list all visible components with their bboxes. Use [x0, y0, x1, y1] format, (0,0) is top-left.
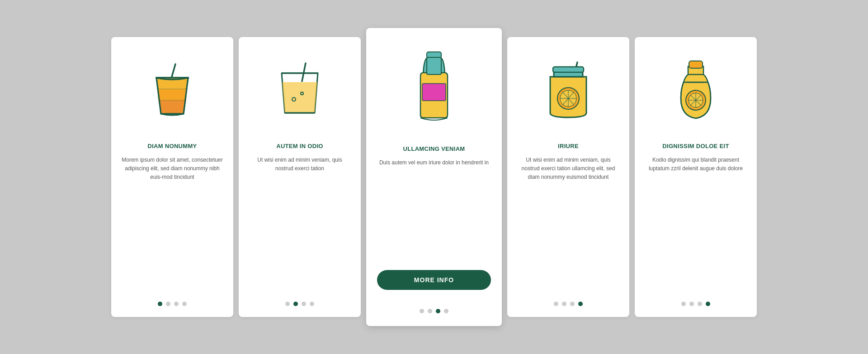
glass-straw-icon: [275, 60, 325, 123]
dot: [444, 309, 448, 313]
card-2-body: Ut wisi enim ad minim veniam, quis nostr…: [248, 156, 352, 293]
card-4-dots: [554, 293, 583, 306]
svg-rect-7: [422, 84, 446, 101]
dot: [285, 302, 290, 306]
dot: [698, 302, 702, 306]
card-1-body: Morem ipsum dolor sit amet, consectetuer…: [120, 156, 224, 293]
dot: [302, 302, 306, 306]
card-3-icon-area: [377, 44, 491, 135]
svg-rect-9: [427, 57, 441, 75]
bottle-icon: [407, 51, 461, 128]
card-2-title: AUTEM IN ODIO: [276, 143, 323, 149]
card-2-icon-area: [248, 51, 352, 132]
svg-rect-17: [553, 67, 584, 72]
dot: [570, 302, 575, 306]
card-4: IRIURE Ut wisi enim ad minim veniam, qui…: [507, 37, 629, 317]
card-2-dots: [285, 293, 314, 306]
card-4-body: Ut wisi enim ad minim veniam, quis nostr…: [516, 156, 620, 293]
dot: [166, 302, 170, 306]
jar-straw-icon: [541, 59, 595, 124]
dot-active: [706, 302, 710, 306]
card-3: ULLAMCING VENIAM Duis autem vel eum iriu…: [366, 28, 502, 326]
card-3-dots: [420, 301, 448, 313]
more-info-button[interactable]: MORE INFO: [377, 270, 491, 290]
card-5-dots: [681, 293, 710, 306]
cards-container: DIAM NONUMMY Morem ipsum dolor sit amet,…: [0, 0, 868, 354]
card-5-icon-area: [644, 51, 748, 132]
bottle-orange-icon: [671, 57, 721, 125]
card-4-icon-area: [516, 51, 620, 132]
svg-line-1: [302, 63, 306, 81]
card-1-title: DIAM NONUMMY: [147, 143, 197, 149]
dot: [310, 302, 314, 306]
card-1: DIAM NONUMMY Morem ipsum dolor sit amet,…: [111, 37, 233, 317]
dot: [562, 302, 566, 306]
dot-active: [436, 309, 440, 313]
dot: [681, 302, 686, 306]
card-5-body: Kodio dignissim qui blandit praesent lup…: [644, 156, 748, 293]
dot: [428, 309, 432, 313]
card-5: DIGNISSIM DOLOE EIT Kodio dignissim qui …: [635, 37, 757, 317]
card-3-title: ULLAMCING VENIAM: [403, 145, 465, 152]
card-2: AUTEM IN ODIO Ut wisi enim ad minim veni…: [239, 37, 361, 317]
svg-rect-18: [689, 61, 703, 68]
dot: [420, 309, 424, 313]
card-1-icon-area: [120, 51, 224, 132]
dot: [554, 302, 558, 306]
cup-straw-icon: [147, 60, 197, 123]
dot: [689, 302, 694, 306]
dot: [182, 302, 187, 306]
card-1-dots: [158, 293, 187, 306]
card-5-title: DIGNISSIM DOLOE EIT: [662, 143, 729, 149]
dot-active: [158, 302, 162, 306]
card-4-title: IRIURE: [558, 143, 579, 149]
dot-active: [293, 302, 298, 306]
dot: [174, 302, 179, 306]
card-3-body: Duis autem vel eum iriure dolor in hendr…: [379, 158, 489, 261]
dot-active: [578, 302, 583, 306]
